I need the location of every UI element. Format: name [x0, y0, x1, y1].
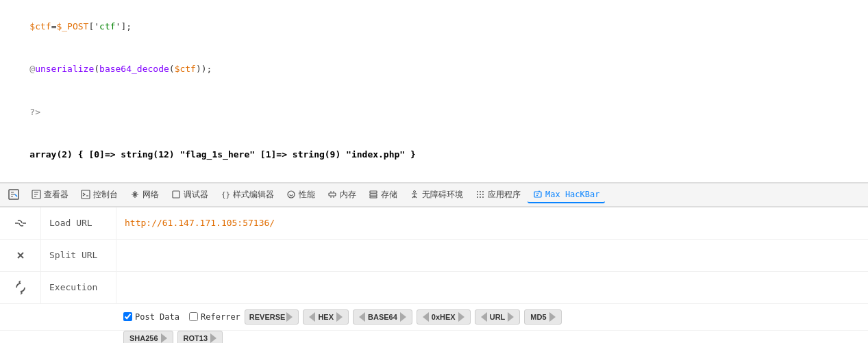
reverse-button[interactable]: REVERSE [245, 309, 299, 325]
svg-point-20 [482, 194, 484, 195]
execution-row: Execution [0, 272, 868, 304]
devtools-viewer[interactable]: 查看器 [26, 186, 74, 203]
devtools-console[interactable]: 控制台 [75, 186, 123, 203]
svg-point-15 [477, 191, 478, 192]
code-line-3: ?> [8, 91, 860, 134]
svg-point-5 [288, 191, 295, 198]
md5-arrow-right-icon [549, 312, 556, 322]
url-arrow-right-icon [508, 312, 514, 322]
devtools-memory-label: 内存 [340, 189, 356, 201]
oxhex-arrow-left-icon [423, 312, 429, 322]
viewer-icon [32, 190, 41, 199]
hackbar-icon [533, 190, 543, 199]
split-url-label[interactable]: Split URL [41, 240, 116, 271]
memory-icon [327, 190, 337, 199]
code-area: $ctf=$_POST['ctf']; @unserialize(base64_… [0, 0, 868, 183]
devtools-debugger[interactable]: 调试器 [166, 186, 214, 203]
devtools-style[interactable]: {} 样式编辑器 [215, 186, 280, 203]
rot13-button[interactable]: ROT13 [177, 331, 223, 343]
devtools-accessibility-label: 无障碍环境 [422, 189, 463, 201]
split-url-content [116, 240, 868, 271]
load-url-row: Load URL http://61.147.171.105:57136/ [0, 207, 868, 240]
svg-point-16 [480, 191, 481, 192]
devtools-viewer-label: 查看器 [44, 189, 69, 201]
storage-icon [369, 190, 378, 199]
svg-point-21 [477, 196, 478, 198]
devtools-hackbar-label: Max HacKBar [545, 190, 599, 199]
devtools-debugger-label: 调试器 [184, 189, 208, 201]
base64-arrow-left-icon [359, 312, 365, 322]
svg-rect-3 [173, 191, 179, 198]
sha256-arrow-icon [161, 333, 167, 343]
hex-arrow-left-icon [309, 312, 315, 322]
devtools-hackbar[interactable]: Max HacKBar [528, 187, 605, 203]
svg-point-17 [482, 191, 484, 192]
devtools-toolbar: 查看器 控制台 网络 调试器 {} 样式编辑器 性能 内存 [0, 183, 868, 207]
buttons-row2: SHA256 ROT13 [0, 331, 868, 343]
hex-button[interactable]: HEX [303, 309, 349, 325]
load-url-label[interactable]: Load URL [41, 207, 116, 239]
network-icon [130, 190, 140, 199]
reverse-arrow-icon [286, 312, 293, 322]
apps-icon [475, 190, 485, 199]
devtools-memory[interactable]: 内存 [322, 186, 362, 203]
svg-point-19 [480, 194, 481, 195]
console-icon [81, 190, 90, 199]
svg-rect-11 [370, 191, 377, 193]
post-data-checkbox-label[interactable]: Post Data [123, 312, 179, 322]
style-icon: {} [221, 190, 230, 199]
referrer-checkbox[interactable] [189, 312, 198, 321]
svg-point-27 [25, 223, 26, 224]
oxhex-button[interactable]: 0xHEX [417, 309, 471, 325]
sha256-button[interactable]: SHA256 [123, 331, 173, 343]
svg-point-23 [482, 196, 484, 198]
split-url-icon [0, 240, 41, 271]
svg-rect-24 [534, 192, 541, 197]
url-value: http://61.147.171.105:57136/ [125, 218, 275, 228]
svg-text:{}: {} [221, 190, 230, 199]
inspect-icon [8, 189, 19, 200]
svg-point-25 [538, 191, 540, 192]
execution-content [116, 272, 868, 303]
svg-rect-12 [370, 194, 377, 196]
devtools-perf[interactable]: 性能 [281, 186, 321, 203]
code-line-2: @unserialize(base64_decode($ctf)); [8, 48, 860, 90]
code-line-4: array(2) { [0]=> string(12) "flag_1s_her… [8, 134, 860, 176]
devtools-inspect[interactable] [3, 186, 25, 203]
referrer-checkbox-label[interactable]: Referrer [189, 312, 240, 322]
code-line-1: $ctf=$_POST['ctf']; [8, 5, 860, 48]
devtools-storage[interactable]: 存储 [363, 186, 403, 203]
base64-arrow-right-icon [400, 312, 406, 322]
post-data-checkbox[interactable] [123, 312, 132, 321]
devtools-apps-label: 应用程序 [488, 189, 521, 201]
devtools-network[interactable]: 网络 [125, 186, 164, 203]
oxhex-arrow-right-icon [458, 312, 464, 322]
devtools-storage-label: 存储 [381, 189, 397, 201]
svg-point-18 [477, 194, 478, 195]
devtools-console-label: 控制台 [93, 189, 118, 201]
base64-button[interactable]: BASE64 [353, 309, 412, 325]
md5-button[interactable]: MD5 [524, 309, 561, 325]
buttons-area: Post Data Referrer REVERSE HEX BASE64 0x… [0, 304, 868, 331]
svg-rect-6 [329, 193, 336, 196]
devtools-apps[interactable]: 应用程序 [470, 186, 526, 203]
devtools-perf-label: 性能 [299, 189, 315, 201]
devtools-network-label: 网络 [142, 189, 159, 201]
split-url-row: Split URL [0, 240, 868, 272]
svg-point-14 [414, 191, 416, 193]
debugger-icon [171, 190, 181, 199]
url-button[interactable]: URL [475, 309, 521, 325]
hex-arrow-right-icon [336, 312, 343, 322]
perf-icon [286, 190, 296, 199]
svg-point-26 [15, 223, 16, 224]
devtools-style-label: 样式编辑器 [233, 189, 274, 201]
svg-rect-13 [370, 196, 377, 198]
url-arrow-left-icon [481, 312, 487, 322]
svg-point-22 [480, 196, 481, 198]
execution-icon [0, 272, 41, 303]
devtools-accessibility[interactable]: 无障碍环境 [404, 186, 469, 203]
hackbar-panel: Load URL http://61.147.171.105:57136/ Sp… [0, 207, 868, 343]
rot13-arrow-icon [210, 333, 216, 343]
accessibility-icon [410, 190, 419, 199]
execution-label[interactable]: Execution [41, 272, 116, 303]
